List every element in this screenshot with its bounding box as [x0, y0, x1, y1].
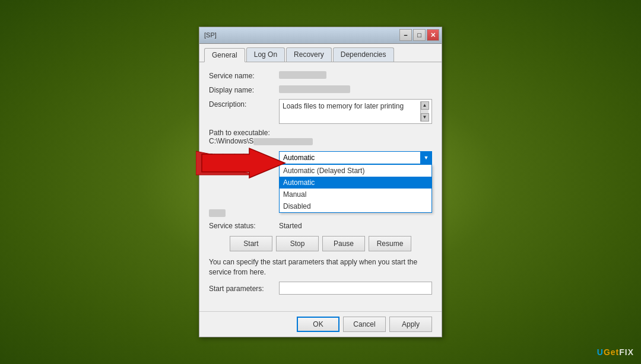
description-field[interactable]: Loads files to memory for later printing… [279, 99, 432, 124]
close-button[interactable]: ✕ [427, 29, 439, 41]
service-status-row: Service status: Started [209, 222, 432, 230]
description-label: Description: [209, 99, 279, 108]
scroll-down-arrow[interactable]: ▼ [421, 113, 429, 122]
pause-service-button[interactable]: Pause [322, 236, 365, 251]
start-params-description: You can specify the start parameters tha… [209, 257, 432, 277]
dialog-content: Service name: Display name: Description:… [199, 62, 442, 312]
tab-general[interactable]: General [204, 48, 245, 62]
display-name-row: Display name: [209, 85, 432, 94]
title-bar: [SP] – □ ✕ [199, 27, 442, 44]
dropdown-option-manual[interactable]: Manual [280, 189, 431, 200]
tab-recovery[interactable]: Recovery [286, 47, 332, 62]
service-name-label: Service name: [209, 71, 279, 80]
resume-service-button[interactable]: Resume [369, 236, 411, 251]
selected-option-text: Automatic [283, 154, 315, 162]
dropdown-arrow-icon[interactable]: ▼ [420, 151, 432, 164]
minimize-button[interactable]: – [399, 29, 412, 41]
service-status-value: Started [279, 222, 302, 230]
path-label: Path to executable: [209, 129, 432, 137]
title-bar-controls: – □ ✕ [399, 29, 439, 41]
dialog-footer: OK Cancel Apply [199, 311, 442, 337]
dropdown-option-disabled[interactable]: Disabled [280, 200, 431, 212]
tab-bar: General Log On Recovery Dependencies [199, 44, 442, 62]
watermark: UGetFIX [597, 347, 634, 357]
start-parameters-label: Start parameters: [209, 283, 279, 293]
startup-type-label: Startup type: [209, 151, 279, 161]
title-bar-text: [SP] [204, 31, 217, 39]
watermark-get: Get [604, 347, 619, 357]
maximize-button[interactable]: □ [413, 29, 426, 41]
service-name-value [279, 71, 432, 79]
path-row: Path to executable: C:\Windows\S [209, 129, 432, 145]
ok-button[interactable]: OK [297, 317, 339, 332]
description-scrollbar: ▲ ▼ [420, 101, 429, 122]
tab-dependencies[interactable]: Dependencies [333, 47, 394, 62]
service-control-buttons: Start Stop Pause Resume [209, 236, 432, 251]
dropdown-selected-value[interactable]: Automatic [279, 151, 432, 164]
watermark-u: U [597, 347, 604, 357]
cancel-button[interactable]: Cancel [343, 317, 386, 332]
service-name-row: Service name: [209, 71, 432, 80]
description-text: Loads files to memory for later printing [283, 101, 420, 122]
display-name-label: Display name: [209, 85, 279, 94]
start-service-button[interactable]: Start [230, 236, 272, 251]
dropdown-option-automatic[interactable]: Automatic [280, 177, 431, 189]
dropdown-list: Automatic (Delayed Start) Automatic Manu… [279, 164, 432, 213]
dropdown-option-automatic-delayed[interactable]: Automatic (Delayed Start) [280, 165, 431, 177]
service-properties-dialog: [SP] – □ ✕ General Log On Recovery Depen… [199, 27, 442, 338]
apply-button[interactable]: Apply [389, 317, 432, 332]
start-parameters-row: Start parameters: [209, 282, 432, 295]
watermark-fix: FIX [619, 347, 634, 357]
display-name-value [279, 85, 432, 93]
startup-type-dropdown[interactable]: Automatic ▼ Automatic (Delayed Start) Au… [279, 151, 432, 164]
startup-type-row: Startup type: Automatic ▼ Automatic (Del… [209, 151, 432, 164]
scroll-up-arrow[interactable]: ▲ [421, 101, 429, 110]
path-value: C:\Windows\S [209, 137, 432, 145]
start-parameters-input[interactable] [279, 282, 432, 295]
service-status-label: Service status: [209, 222, 279, 230]
tab-logon[interactable]: Log On [246, 47, 285, 62]
stop-service-button[interactable]: Stop [276, 236, 319, 251]
description-row: Description: Loads files to memory for l… [209, 99, 432, 124]
